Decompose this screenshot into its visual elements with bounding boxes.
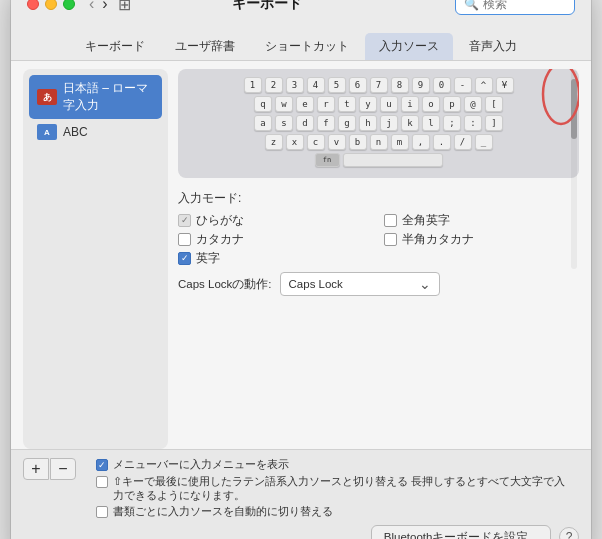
kb-key: ^ (475, 77, 493, 93)
kb-key: . (433, 134, 451, 150)
keyboard-visual: 1 2 3 4 5 6 7 8 9 0 - ^ ¥ (178, 69, 579, 178)
add-remove-buttons: + − (23, 458, 76, 480)
cb-eigo[interactable] (178, 252, 191, 265)
caps-lock-label: Caps Lockの動作: (178, 277, 272, 292)
search-input[interactable] (483, 0, 573, 11)
kb-key: 3 (286, 77, 304, 93)
kb-key: h (359, 115, 377, 131)
traffic-lights (27, 0, 75, 10)
kb-key-fn: fn (315, 153, 340, 167)
kb-key: o (422, 96, 440, 112)
main-window: ‹ › ⊞ キーボード 🔍 キーボード ユーザ辞書 ショートカット 入力ソース … (11, 0, 591, 539)
kb-key: d (296, 115, 314, 131)
kb-key: v (328, 134, 346, 150)
input-mode-label: 入力モード: (178, 190, 579, 207)
kb-row-4: z x c v b n m , . / _ (188, 134, 569, 150)
kb-key: k (401, 115, 419, 131)
kb-key: 4 (307, 77, 325, 93)
cb-katakana-label: カタカナ (196, 232, 244, 247)
kb-key: l (422, 115, 440, 131)
kb-key: s (275, 115, 293, 131)
remove-source-button[interactable]: − (50, 458, 76, 480)
window-title: キーボード (79, 0, 455, 13)
bluetooth-keyboard-button[interactable]: Bluetoothキーボードを設定... (371, 525, 551, 539)
kb-key: f (317, 115, 335, 131)
source-item-abc[interactable]: A ABC (29, 119, 162, 145)
abc-icon: A (37, 124, 57, 140)
kb-key: 5 (328, 77, 346, 93)
kb-key: ] (485, 115, 503, 131)
kb-key: 0 (433, 77, 451, 93)
kb-key: m (391, 134, 409, 150)
kb-key: [ (485, 96, 503, 112)
kb-key: w (275, 96, 293, 112)
kb-key: b (349, 134, 367, 150)
minimize-button[interactable] (45, 0, 57, 10)
kb-key: q (254, 96, 272, 112)
scroll-highlight (541, 69, 579, 129)
kb-key: c (307, 134, 325, 150)
checkbox-half-katakana[interactable]: 半角カタカナ (384, 232, 580, 247)
kb-row-3: a s d f g h j k l ; : ] (188, 115, 569, 131)
bottom-cb-auto-switch[interactable]: 書類ごとに入力ソースを自動的に切り替える (96, 505, 569, 519)
checkbox-eigo[interactable]: 英字 (178, 251, 374, 266)
cb-menubar[interactable] (96, 459, 108, 471)
tab-bar: キーボード ユーザ辞書 ショートカット 入力ソース 音声入力 (27, 25, 575, 60)
kb-key: , (412, 134, 430, 150)
cb-shift-label: ⇧キーで最後に使用したラテン語系入力ソースと切り替える 長押しするとすべて大文字… (113, 475, 569, 502)
kb-key: t (338, 96, 356, 112)
kb-key-space (343, 153, 443, 167)
kb-key: 7 (370, 77, 388, 93)
tab-input-sources[interactable]: 入力ソース (365, 33, 453, 60)
bottom-cb-menubar[interactable]: メニューバーに入力メニューを表示 (96, 458, 569, 472)
kb-key: r (317, 96, 335, 112)
cb-half-katakana-label: 半角カタカナ (402, 232, 474, 247)
bottom-cb-shift[interactable]: ⇧キーで最後に使用したラテン語系入力ソースと切り替える 長押しするとすべて大文字… (96, 475, 569, 502)
cb-full-alpha-label: 全角英字 (402, 213, 450, 228)
tab-user-dict[interactable]: ユーザ辞書 (161, 33, 249, 60)
kb-key: @ (464, 96, 482, 112)
caps-lock-row: Caps Lockの動作: Caps Lock ⌄ (178, 272, 579, 296)
cb-auto-switch[interactable] (96, 506, 108, 518)
tab-shortcuts[interactable]: ショートカット (251, 33, 363, 60)
source-item-japanese[interactable]: あ 日本語 – ローマ字入力 (29, 75, 162, 119)
caps-lock-arrow-icon: ⌄ (419, 276, 431, 292)
japanese-icon: あ (37, 89, 57, 105)
add-source-button[interactable]: + (23, 458, 49, 480)
scrollbar-area[interactable] (565, 69, 579, 214)
kb-row-2: q w e r t y u i o p @ [ (188, 96, 569, 112)
input-mode-section: 入力モード: ひらがな 全角英字 (178, 186, 579, 300)
content-area: あ 日本語 – ローマ字入力 A ABC 1 2 3 (11, 61, 591, 539)
kb-key: _ (475, 134, 493, 150)
titlebar: ‹ › ⊞ キーボード 🔍 キーボード ユーザ辞書 ショートカット 入力ソース … (11, 0, 591, 61)
main-area: あ 日本語 – ローマ字入力 A ABC 1 2 3 (23, 69, 579, 449)
kb-key: e (296, 96, 314, 112)
cb-shift[interactable] (96, 476, 108, 488)
cb-hiragana[interactable] (178, 214, 191, 227)
help-button[interactable]: ? (559, 527, 579, 539)
kb-key: j (380, 115, 398, 131)
kb-key: g (338, 115, 356, 131)
tab-voice-input[interactable]: 音声入力 (455, 33, 531, 60)
kb-key: - (454, 77, 472, 93)
cb-half-katakana[interactable] (384, 233, 397, 246)
checkbox-full-alpha[interactable]: 全角英字 (384, 213, 580, 228)
cb-hiragana-label: ひらがな (196, 213, 244, 228)
bottom-checkboxes: メニューバーに入力メニューを表示 ⇧キーで最後に使用したラテン語系入力ソースと切… (96, 458, 569, 519)
bottom-bar: + − メニューバーに入力メニューを表示 ⇧キーで最後に使用したラテン語系入力ソ… (11, 449, 591, 539)
cb-full-alpha[interactable] (384, 214, 397, 227)
checkbox-katakana[interactable]: カタカナ (178, 232, 374, 247)
cb-katakana[interactable] (178, 233, 191, 246)
cb-auto-switch-label: 書類ごとに入力ソースを自動的に切り替える (113, 505, 333, 519)
kb-key: 6 (349, 77, 367, 93)
kb-key: : (464, 115, 482, 131)
tab-keyboard[interactable]: キーボード (71, 33, 159, 60)
close-button[interactable] (27, 0, 39, 10)
kb-key: y (359, 96, 377, 112)
caps-lock-select[interactable]: Caps Lock ⌄ (280, 272, 440, 296)
checkbox-hiragana[interactable]: ひらがな (178, 213, 374, 228)
kb-row-1: 1 2 3 4 5 6 7 8 9 0 - ^ ¥ (188, 77, 569, 93)
search-box[interactable]: 🔍 (455, 0, 575, 15)
kb-key: 9 (412, 77, 430, 93)
maximize-button[interactable] (63, 0, 75, 10)
